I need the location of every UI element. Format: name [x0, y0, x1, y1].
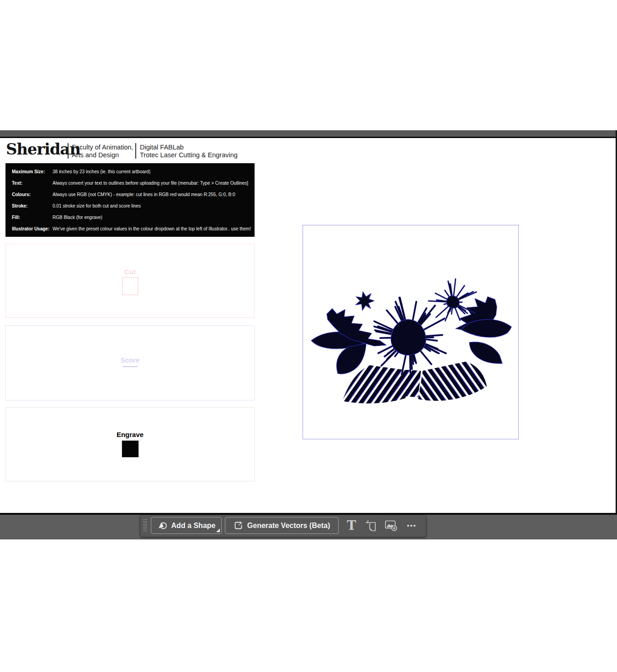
lab-line2: Trotec Laser Cutting & Engraving: [140, 151, 238, 159]
score-label: Score: [6, 356, 254, 364]
spec-label: Maximum Size:: [12, 169, 45, 174]
spec-row: Fill: RGB Black (for engrave): [5, 215, 255, 220]
new-artboard-icon[interactable]: [362, 517, 380, 534]
starburst-center: [447, 296, 459, 308]
spec-row: Maximum Size: 38 inches by 23 inches (ie…: [5, 169, 255, 175]
generate-vectors-label: Generate Vectors (Beta): [247, 522, 330, 530]
striped-fan-leaves: [342, 362, 487, 403]
spec-label: Illustrator Usage:: [12, 226, 49, 231]
spec-row: Colours: Always use RGB (not CMYK) - exa…: [5, 192, 255, 197]
right-leaves: [456, 297, 511, 363]
lab-line1: Digital FABLab: [140, 144, 238, 151]
add-image-icon[interactable]: [383, 517, 400, 534]
toolbar-drag-handle[interactable]: [143, 519, 147, 532]
spec-value: Always convert your text to outlines bef…: [53, 181, 248, 186]
dropdown-corner-icon: [216, 528, 220, 532]
left-leaves: [311, 309, 386, 374]
faculty-line2: Arts and Design: [72, 151, 133, 159]
generate-vectors-button[interactable]: Generate Vectors (Beta): [225, 517, 339, 534]
engrave-sample-box: Engrave: [5, 407, 255, 481]
add-shape-button[interactable]: Add a Shape: [151, 517, 222, 534]
score-sample-line: [123, 366, 138, 367]
spec-value: We've given the preset colour values in …: [53, 226, 251, 231]
spec-value: Always use RGB (not CMYK) - example: cut…: [53, 192, 235, 197]
more-options-icon[interactable]: [403, 517, 420, 534]
generate-vectors-icon: [234, 521, 243, 530]
spec-value: RGB Black (for engrave): [53, 215, 102, 220]
cut-sample-box: Cut: [5, 244, 255, 318]
cut-sample-square: [122, 277, 138, 295]
top-window-bar: [0, 130, 617, 138]
shape-tool-icon: [157, 521, 167, 531]
spec-label: Colours:: [12, 192, 31, 197]
score-sample-box: Score: [5, 325, 255, 400]
header-divider: [68, 143, 69, 159]
spec-value: 38 inches by 23 inches (ie. this current…: [53, 169, 150, 174]
cut-label: Cut: [6, 268, 254, 276]
specs-table: Maximum Size: 38 inches by 23 inches (ie…: [5, 163, 255, 237]
fablab-title: Digital FABLab Trotec Laser Cutting & En…: [140, 144, 238, 159]
app-window: { "header": { "brand": "Sheridan", "facu…: [0, 0, 617, 672]
selected-artwork-bounding-box[interactable]: [303, 225, 519, 439]
spec-row: Text: Always convert your text to outlin…: [5, 181, 255, 186]
engrave-label: Engrave: [6, 431, 254, 438]
text-tool-icon[interactable]: T: [343, 517, 360, 534]
header-divider: [135, 143, 136, 159]
faculty-title: Faculty of Animation, Arts and Design: [72, 144, 133, 159]
small-flower: [356, 292, 374, 310]
spec-label: Text:: [12, 181, 22, 186]
spec-label: Fill:: [12, 215, 20, 220]
engrave-sample-square: [122, 440, 139, 458]
floating-toolbar: Add a Shape Generate Vectors (Beta) T: [140, 515, 426, 537]
faculty-line1: Faculty of Animation,: [72, 144, 133, 151]
spec-row: Illustrator Usage: We've given the prese…: [5, 226, 255, 232]
spec-row: Stroke: 0.01 stroke size for both cut an…: [5, 203, 255, 209]
flower-artwork[interactable]: [303, 225, 518, 439]
sheridan-logo: Sheridan: [6, 140, 80, 158]
spec-value: 0.01 stroke size for both cut and score …: [53, 203, 141, 208]
add-shape-label: Add a Shape: [171, 522, 216, 530]
spec-label: Stroke:: [12, 203, 27, 208]
